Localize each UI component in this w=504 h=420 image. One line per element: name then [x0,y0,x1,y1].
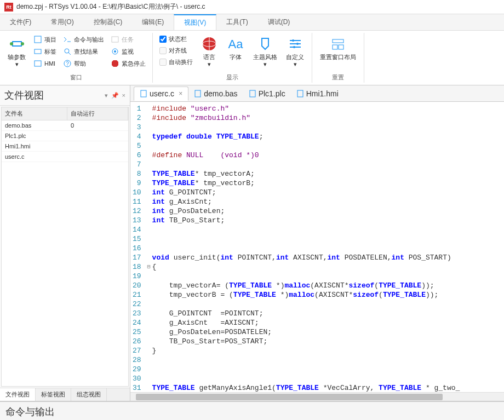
project-button[interactable]: 项目 [31,34,59,45]
panel-pin-icon[interactable]: 📌 [111,92,119,99]
svg-rect-5 [35,61,41,66]
panel-tab[interactable]: 标签视图 [36,388,71,401]
theme-button[interactable]: 主题风格▾ [250,34,280,69]
editor-area: userc.c×demo.basPlc1.plcHmi1.hmi 1234567… [130,85,504,401]
svg-rect-4 [35,49,41,54]
app-icon: Rt [4,3,13,11]
custom-button[interactable]: 自定义▾ [283,34,307,69]
label-button[interactable]: 标签 [31,46,59,57]
menu-4[interactable]: 视图(V) [174,14,216,30]
svg-rect-25 [333,45,337,49]
file-row[interactable]: Plc1.plc [2,131,128,141]
svg-rect-27 [141,90,146,97]
search-result-button[interactable]: 查找结果 [61,46,106,57]
code-content[interactable]: #include "userc.h"#include "zmcbuildin.h… [152,102,460,392]
panel-tab[interactable]: 文件视图 [0,388,36,401]
editor-tab[interactable]: userc.c× [134,87,188,101]
svg-point-2 [21,42,24,45]
window-title: demo.zpj - RTSys V1.00.04 - E:\程序\Basic\… [16,2,205,11]
align-line-checkbox[interactable]: 对齐线 [157,45,195,56]
panel-tabs: 文件视图标签视图组态视图 [0,388,130,401]
file-icon [140,90,147,97]
col-autorun[interactable]: 自动运行 [67,107,128,120]
svg-point-23 [293,46,295,48]
reset-layout-button[interactable]: 重置窗口布局 [317,34,359,62]
svg-rect-29 [250,90,255,97]
file-icon [194,90,202,97]
monitor-button[interactable]: 监视 [108,46,148,57]
svg-rect-30 [297,90,303,97]
svg-point-1 [10,42,13,45]
hmi-button[interactable]: HMI [31,58,59,69]
estop-button[interactable]: 紧急停止 [108,58,148,69]
svg-rect-28 [195,90,201,97]
menu-1[interactable]: 常用(O) [41,14,83,30]
svg-point-21 [292,39,294,42]
editor-tabs: userc.c×demo.basPlc1.plcHmi1.hmi [130,85,504,102]
fold-column[interactable]: ⊟⊟ [146,102,152,392]
menu-5[interactable]: 工具(T) [216,14,257,30]
menu-bar: 文件(F)常用(O)控制器(C)编辑(E)视图(V)工具(T)调试(D) [0,14,504,31]
help-button[interactable]: ?帮助 [61,58,106,69]
file-icon [296,90,304,97]
font-button[interactable]: Aa 字体 [224,34,248,62]
svg-rect-24 [333,39,343,43]
title-bar: Rt demo.zpj - RTSys V1.00.04 - E:\程序\Bas… [0,0,504,14]
menu-2[interactable]: 控制器(C) [84,14,133,30]
svg-marker-13 [112,60,118,67]
menu-3[interactable]: 编辑(E) [132,14,174,30]
panel-dropdown-icon[interactable]: ▾ [105,92,108,99]
editor-tab[interactable]: Hmi1.hmi [291,87,344,100]
svg-rect-0 [13,42,21,46]
svg-point-22 [296,43,299,45]
cmd-output-button[interactable]: 命令与输出 [61,34,106,45]
ribbon-group-reset: 重置窗口布局 重置 [312,33,364,83]
panel-tab[interactable]: 组态视图 [71,388,107,401]
ribbon: 轴参数▾ 项目 标签 HMI 命令与输出 查找结果 ?帮助 任务 监视 紧急停止… [0,31,504,85]
status-bar-checkbox[interactable]: 状态栏 [157,34,195,44]
svg-point-12 [114,50,116,53]
file-view-panel: 文件视图 ▾ 📌 × 文件名 自动运行 demo.bas0Plc1.plcHmi… [0,85,130,401]
task-button[interactable]: 任务 [108,34,148,45]
file-row[interactable]: demo.bas0 [2,120,128,131]
line-gutter: 1234567891011121314151617181920212223242… [130,102,146,392]
panel-title: 文件视图 [4,89,44,102]
ribbon-group-display: 状态栏 对齐线 自动换行 语言▾ Aa 字体 主题风格▾ 自定义▾ 显示 [153,33,312,83]
close-icon[interactable]: × [179,90,182,97]
editor-tab[interactable]: demo.bas [188,87,243,100]
code-editor[interactable]: 1234567891011121314151617181920212223242… [130,102,504,392]
file-row[interactable]: Hmi1.hmi [2,141,128,152]
svg-line-7 [68,53,71,55]
svg-rect-26 [339,45,343,49]
ribbon-group-window: 轴参数▾ 项目 标签 HMI 命令与输出 查找结果 ?帮助 任务 监视 紧急停止… [0,33,153,83]
auto-wrap-checkbox[interactable]: 自动换行 [157,57,195,67]
col-filename[interactable]: 文件名 [2,107,67,120]
file-icon [249,90,256,97]
language-button[interactable]: 语言▾ [197,34,221,69]
svg-rect-3 [35,36,41,43]
horizontal-scrollbar[interactable] [130,392,504,401]
svg-text:Aa: Aa [228,37,244,51]
axis-param-button[interactable]: 轴参数▾ [4,34,29,69]
svg-point-6 [65,49,69,53]
editor-tab[interactable]: Plc1.plc [243,87,291,100]
svg-rect-10 [112,37,118,42]
menu-0[interactable]: 文件(F) [0,14,41,30]
output-panel-title: 命令与输出 [0,401,504,420]
file-row[interactable]: userc.c [2,152,128,162]
svg-text:?: ? [66,61,69,67]
file-table: 文件名 自动运行 demo.bas0Plc1.plcHmi1.hmiuserc.… [1,107,129,387]
panel-close-icon[interactable]: × [122,92,125,99]
menu-6[interactable]: 调试(D) [258,14,300,30]
